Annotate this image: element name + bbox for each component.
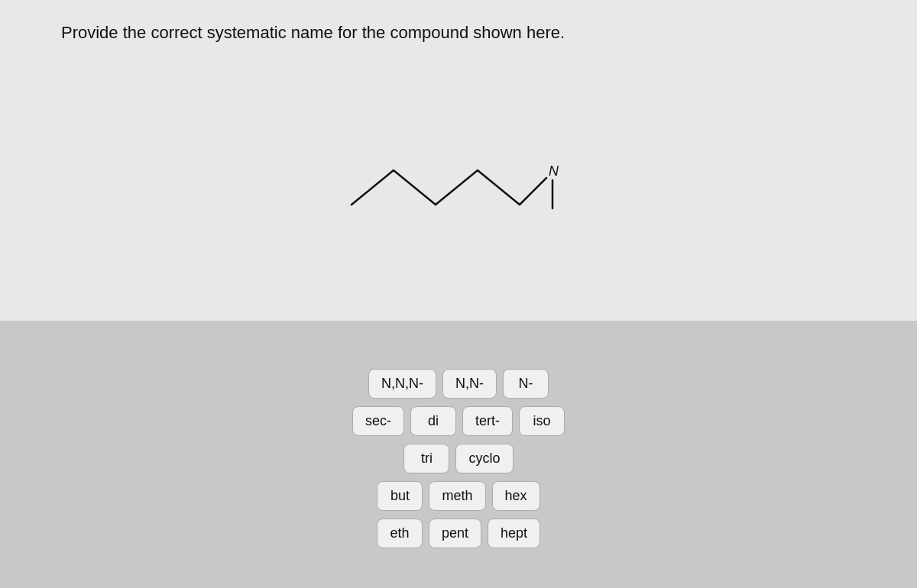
btn-sec[interactable]: sec- [352, 406, 404, 436]
button-row-5: eth pent hept [377, 519, 540, 548]
molecule-area: N [61, 66, 856, 321]
btn-di[interactable]: di [410, 406, 456, 436]
btn-tri[interactable]: tri [403, 444, 449, 473]
btn-N[interactable]: N- [503, 369, 549, 399]
svg-text:N: N [549, 163, 559, 179]
bottom-section: N,N,N- N,N- N- sec- di tert- iso tri cyc… [0, 321, 917, 588]
molecule-svg: N [336, 128, 581, 250]
btn-NNN[interactable]: N,N,N- [368, 369, 436, 399]
button-row-1: N,N,N- N,N- N- [368, 369, 549, 399]
btn-meth[interactable]: meth [429, 481, 485, 511]
btn-hex[interactable]: hex [492, 481, 540, 511]
btn-cyclo[interactable]: cyclo [455, 444, 513, 473]
question-text: Provide the correct systematic name for … [61, 23, 565, 43]
btn-eth[interactable]: eth [377, 519, 423, 548]
btn-pent[interactable]: pent [429, 519, 481, 548]
top-section: Provide the correct systematic name for … [0, 0, 917, 321]
btn-NN[interactable]: N,N- [442, 369, 497, 399]
button-row-2: sec- di tert- iso [352, 406, 565, 436]
button-row-4: but meth hex [377, 481, 540, 511]
btn-hept[interactable]: hept [488, 519, 540, 548]
button-row-3: tri cyclo [403, 444, 513, 473]
btn-iso[interactable]: iso [519, 406, 565, 436]
button-grid: N,N,N- N,N- N- sec- di tert- iso tri cyc… [352, 369, 565, 548]
btn-but[interactable]: but [377, 481, 423, 511]
btn-tert[interactable]: tert- [462, 406, 513, 436]
